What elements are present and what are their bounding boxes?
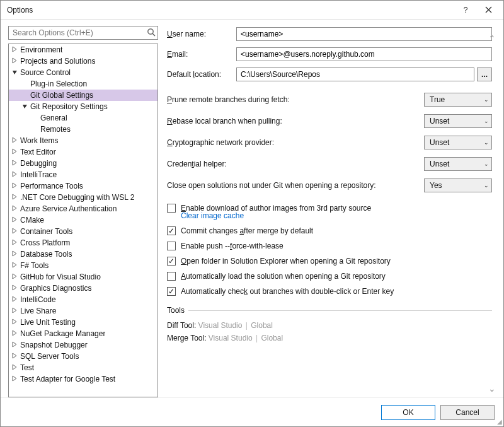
- tree-expand-icon[interactable]: [11, 171, 19, 178]
- tree-item[interactable]: Git Global Settings: [9, 90, 158, 101]
- tree-item[interactable]: Container Tools: [9, 226, 158, 237]
- tree-item[interactable]: Remotes: [9, 124, 158, 135]
- tree-item[interactable]: Debugging: [9, 158, 158, 169]
- tree-item-label: Debugging: [20, 159, 57, 168]
- tree-expand-icon[interactable]: [11, 182, 19, 190]
- help-button[interactable]: ?: [454, 1, 477, 19]
- tree-item[interactable]: F# Tools: [9, 260, 158, 271]
- tree-expand-icon[interactable]: [11, 239, 19, 247]
- checkbox-open-folder[interactable]: [167, 257, 176, 266]
- tree-item[interactable]: Cross Platform: [9, 237, 158, 249]
- tree-expand-icon[interactable]: [11, 148, 19, 156]
- diff-tool-vs[interactable]: Visual Studio: [198, 321, 243, 330]
- tree-item[interactable]: Source Control: [9, 67, 158, 78]
- tree-collapse-icon[interactable]: [11, 69, 19, 76]
- tree-item[interactable]: Snapshot Debugger: [9, 339, 158, 351]
- tree-item[interactable]: Git Repository Settings: [9, 101, 158, 112]
- tree-item[interactable]: Azure Service Authentication: [9, 203, 158, 214]
- tree-item[interactable]: GitHub for Visual Studio: [9, 271, 158, 283]
- tree-expand-icon[interactable]: [11, 319, 19, 326]
- tree-expand-icon[interactable]: [11, 194, 19, 201]
- tree-item[interactable]: Performance Tools: [9, 180, 158, 192]
- options-tree-scroll[interactable]: EnvironmentProjects and SolutionsSource …: [9, 44, 158, 397]
- tree-item-label: Environment: [20, 45, 62, 54]
- diff-tool-global[interactable]: Global: [251, 321, 273, 330]
- tree-expand-icon[interactable]: [11, 57, 19, 65]
- tree-expand-icon[interactable]: [11, 353, 19, 360]
- ellipsis-icon: ...: [481, 70, 488, 79]
- tree-expand-icon[interactable]: [11, 250, 19, 258]
- select-prune[interactable]: True⌄: [424, 93, 492, 107]
- tree-item[interactable]: General: [9, 112, 158, 124]
- search-input[interactable]: [8, 26, 158, 40]
- select-credential[interactable]: Unset⌄: [424, 157, 492, 171]
- tree-item[interactable]: NuGet Package Manager: [9, 328, 158, 339]
- tree-expand-icon[interactable]: [11, 341, 19, 349]
- select-crypto[interactable]: Unset⌄: [424, 136, 492, 149]
- tree-expand-icon[interactable]: [11, 330, 19, 337]
- tree-expand-icon[interactable]: [11, 307, 19, 315]
- label-open-folder: Open folder in Solution Explorer when op…: [181, 257, 391, 266]
- tree-expand-icon[interactable]: [11, 273, 19, 281]
- merge-tool-global[interactable]: Global: [261, 334, 283, 342]
- label-auto-checkout: Automatically check out branches with do…: [181, 287, 394, 296]
- select-rebase[interactable]: Unset⌄: [424, 114, 492, 128]
- dialog-body: EnvironmentProjects and SolutionsSource …: [1, 20, 503, 397]
- tree-expand-icon[interactable]: [11, 205, 19, 213]
- ok-button[interactable]: OK: [381, 405, 435, 420]
- tree-item[interactable]: IntelliTrace: [9, 169, 158, 180]
- tree-item[interactable]: SQL Server Tools: [9, 351, 158, 362]
- tree-expand-icon[interactable]: [11, 160, 19, 167]
- checkbox-enable-download[interactable]: [167, 204, 176, 213]
- tree-expand-icon[interactable]: [11, 216, 19, 224]
- chevron-down-icon: ⌄: [484, 161, 489, 167]
- tree-expand-icon[interactable]: [11, 296, 19, 303]
- scroll-down-icon: ⌄: [488, 383, 496, 394]
- tree-expand-icon[interactable]: [11, 137, 19, 144]
- tree-item-label: CMake: [20, 216, 44, 225]
- tree-item[interactable]: Graphics Diagnostics: [9, 283, 158, 294]
- tree-item[interactable]: Live Unit Testing: [9, 317, 158, 328]
- input-username[interactable]: [236, 27, 492, 41]
- tree-item-label: F# Tools: [20, 261, 49, 270]
- tree-item[interactable]: Plug-in Selection: [9, 78, 158, 90]
- tree-expand-icon[interactable]: [11, 284, 19, 292]
- tree-item[interactable]: .NET Core Debugging with WSL 2: [9, 192, 158, 203]
- tree-item-label: Database Tools: [20, 250, 72, 259]
- tree-item[interactable]: Text Editor: [9, 146, 158, 158]
- tree-item[interactable]: Live Share: [9, 305, 158, 317]
- row-commit-after-merge: Commit changes after merge by default: [167, 226, 492, 235]
- row-auto-checkout: Automatically check out branches with do…: [167, 287, 492, 296]
- label-diff-tool: Diff Tool:: [167, 321, 198, 330]
- tree-expand-icon[interactable]: [11, 262, 19, 269]
- tree-item[interactable]: IntelliCode: [9, 294, 158, 305]
- tree-item[interactable]: Projects and Solutions: [9, 56, 158, 67]
- link-clear-image-cache[interactable]: Clear image cache: [181, 211, 492, 220]
- tree-collapse-icon[interactable]: [21, 103, 29, 110]
- tree-expand-icon[interactable]: [11, 364, 19, 371]
- checkbox-commit-after-merge[interactable]: [167, 226, 176, 235]
- tree-item[interactable]: Test: [9, 362, 158, 373]
- resize-grip-icon[interactable]: ◢: [497, 418, 502, 425]
- tree-expand-icon[interactable]: [11, 228, 19, 235]
- row-email: Email:: [167, 47, 492, 61]
- checkbox-auto-load[interactable]: [167, 272, 176, 281]
- select-close-solutions[interactable]: Yes⌄: [424, 178, 492, 192]
- tree-item[interactable]: Test Adapter for Google Test: [9, 373, 158, 385]
- label-username: User name:: [167, 30, 236, 38]
- browse-button[interactable]: ...: [477, 67, 492, 81]
- tree-item[interactable]: Environment: [9, 44, 158, 56]
- merge-tool-vs[interactable]: Visual Studio: [209, 334, 253, 342]
- close-button[interactable]: [477, 1, 500, 19]
- checkbox-force-with-lease[interactable]: [167, 242, 176, 250]
- tree-item[interactable]: CMake: [9, 214, 158, 226]
- tree-item[interactable]: Work Items: [9, 135, 158, 146]
- tree-expand-icon[interactable]: [11, 46, 19, 54]
- cancel-button[interactable]: Cancel: [440, 405, 495, 420]
- label-credential: Credential helper:: [167, 160, 424, 168]
- input-default-location[interactable]: [236, 67, 474, 81]
- tree-item[interactable]: Database Tools: [9, 249, 158, 260]
- input-email[interactable]: [236, 47, 492, 61]
- checkbox-auto-checkout[interactable]: [167, 287, 176, 296]
- tree-expand-icon[interactable]: [11, 375, 19, 383]
